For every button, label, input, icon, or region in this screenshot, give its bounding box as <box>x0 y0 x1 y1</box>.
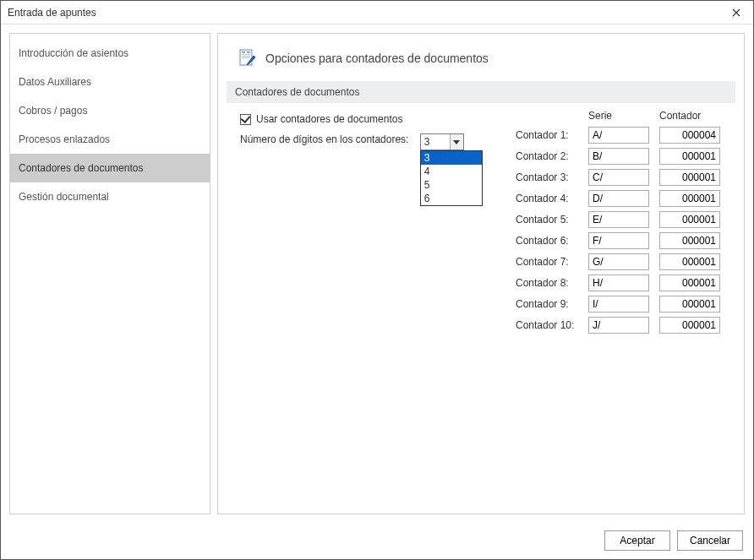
serie-input[interactable] <box>588 253 649 270</box>
digits-dropdown[interactable]: 3 <box>420 133 464 150</box>
close-icon <box>732 8 740 17</box>
ok-button[interactable]: Aceptar <box>604 530 670 551</box>
grid-header: Serie Contador <box>516 110 737 122</box>
counter-row: Contador 7: <box>516 253 737 270</box>
contador-input[interactable] <box>659 169 720 186</box>
digits-option-6[interactable]: 6 <box>421 192 482 205</box>
document-edit-icon <box>238 49 257 68</box>
dialog-body: Introducción de asientos Datos Auxiliare… <box>1 24 753 523</box>
counter-label: Contador 8: <box>516 277 588 289</box>
header-serie: Serie <box>588 110 649 122</box>
window-title: Entrada de apuntes <box>8 7 96 19</box>
digits-combo-wrap: 3 3 4 5 6 <box>420 133 464 150</box>
panel-title: Opciones para contadores de documentos <box>265 52 489 65</box>
contador-input[interactable] <box>659 317 720 334</box>
sidebar-item-gestion-documental[interactable]: Gestión documental <box>10 182 210 211</box>
header-contador: Contador <box>659 110 720 122</box>
counter-row: Contador 10: <box>516 317 737 334</box>
contador-input[interactable] <box>659 148 720 165</box>
serie-input[interactable] <box>588 232 649 249</box>
serie-input[interactable] <box>588 317 649 334</box>
serie-input[interactable] <box>588 275 649 291</box>
svg-rect-3 <box>242 54 250 55</box>
sidebar-item-label: Introducción de asientos <box>19 47 128 59</box>
contador-input[interactable] <box>659 275 720 291</box>
serie-input[interactable] <box>588 169 649 186</box>
serie-input[interactable] <box>588 211 649 228</box>
counter-label: Contador 6: <box>516 235 588 247</box>
counter-row: Contador 1: <box>516 127 737 144</box>
digits-value: 3 <box>424 136 430 148</box>
sidebar-item-label: Contadores de documentos <box>19 162 143 174</box>
counter-row: Contador 5: <box>516 211 737 228</box>
titlebar: Entrada de apuntes <box>1 1 753 24</box>
close-button[interactable] <box>719 1 753 24</box>
counter-label: Contador 3: <box>516 171 588 183</box>
svg-rect-1 <box>242 52 245 53</box>
counter-row: Contador 3: <box>516 169 737 186</box>
controls-area: Usar contadores de documentos Número de … <box>225 110 737 338</box>
sidebar-item-label: Cobros / pagos <box>19 105 87 117</box>
sidebar-item-cobros-pagos[interactable]: Cobros / pagos <box>10 96 210 125</box>
digits-dropdown-list: 3 4 5 6 <box>420 150 483 206</box>
svg-rect-4 <box>242 56 250 57</box>
sidebar-item-label: Procesos enlazados <box>19 133 110 145</box>
counter-row: Contador 4: <box>516 190 737 207</box>
contador-input[interactable] <box>659 127 720 144</box>
counter-label: Contador 5: <box>516 214 588 226</box>
serie-input[interactable] <box>588 127 649 144</box>
counter-row: Contador 8: <box>516 275 737 291</box>
sidebar-item-label: Gestión documental <box>19 191 109 203</box>
svg-rect-5 <box>242 57 250 58</box>
sidebar-item-procesos-enlazados[interactable]: Procesos enlazados <box>10 125 210 154</box>
counter-label: Contador 7: <box>516 256 588 268</box>
sidebar-item-contadores-documentos[interactable]: Contadores de documentos <box>10 154 210 182</box>
digits-option-3[interactable]: 3 <box>421 151 482 165</box>
use-counters-checkbox-row: Usar contadores de documentos <box>240 113 477 125</box>
counter-row: Contador 9: <box>516 296 737 313</box>
counter-label: Contador 4: <box>516 193 588 204</box>
contador-input[interactable] <box>659 253 720 270</box>
counter-label: Contador 9: <box>516 298 588 310</box>
contador-input[interactable] <box>659 211 720 228</box>
left-column: Usar contadores de documentos Número de … <box>240 110 477 150</box>
serie-input[interactable] <box>588 296 649 313</box>
counter-label: Contador 2: <box>516 150 588 162</box>
svg-rect-2 <box>247 52 250 53</box>
contador-input[interactable] <box>659 190 720 207</box>
digits-label: Número de dígitos en los contadores: <box>240 133 408 145</box>
counter-label: Contador 10: <box>516 319 588 331</box>
contador-input[interactable] <box>659 232 720 249</box>
sidebar-item-label: Datos Auxiliares <box>19 76 91 88</box>
contador-input[interactable] <box>659 296 720 313</box>
counter-row: Contador 2: <box>516 148 737 165</box>
panel-header: Opciones para contadores de documentos <box>225 49 737 68</box>
serie-input[interactable] <box>588 148 649 165</box>
sidebar-item-introduccion[interactable]: Introducción de asientos <box>10 39 210 68</box>
main-panel: Opciones para contadores de documentos C… <box>217 33 745 514</box>
digits-row: Número de dígitos en los contadores: 3 3… <box>240 133 477 150</box>
use-counters-checkbox[interactable] <box>240 114 251 125</box>
cancel-button[interactable]: Cancelar <box>677 530 743 551</box>
counter-row: Contador 6: <box>516 232 737 249</box>
digits-option-4[interactable]: 4 <box>421 165 482 178</box>
digits-option-5[interactable]: 5 <box>421 178 482 192</box>
counter-label: Contador 1: <box>516 129 588 141</box>
chevron-down-icon <box>450 134 463 150</box>
serie-input[interactable] <box>588 190 649 207</box>
sidebar-item-datos-auxiliares[interactable]: Datos Auxiliares <box>10 68 210 96</box>
sidebar: Introducción de asientos Datos Auxiliare… <box>9 33 210 514</box>
section-header: Contadores de documentos <box>227 81 735 103</box>
footer: Aceptar Cancelar <box>1 523 753 558</box>
counters-grid: Serie Contador Contador 1:Contador 2:Con… <box>477 110 737 338</box>
use-counters-label: Usar contadores de documentos <box>256 113 402 125</box>
